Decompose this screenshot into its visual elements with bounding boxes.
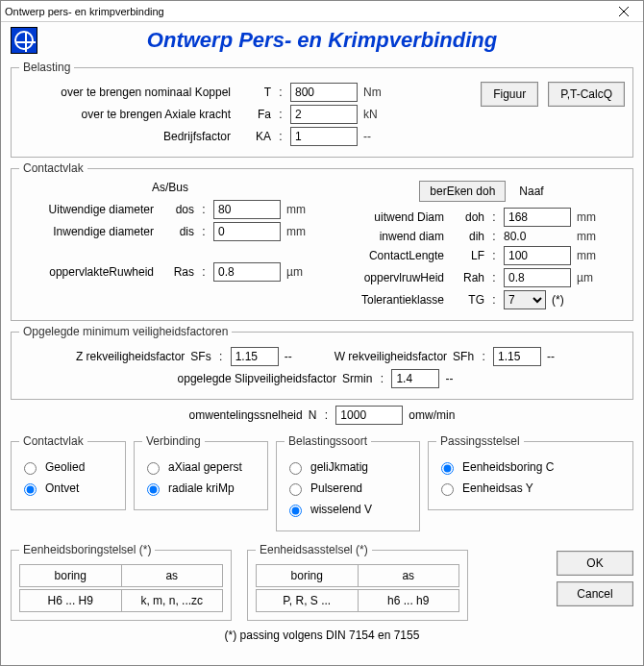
radio-ontvet[interactable]: Ontvet bbox=[19, 481, 117, 496]
srmin-label: opgelegde Slipveiligheidsfactor bbox=[178, 372, 336, 385]
group-passingsstelsel: Passingsstelsel Eenheidsboring C Eenheid… bbox=[428, 434, 633, 510]
ruw-label: oppervlakteRuwheid bbox=[19, 265, 154, 279]
close-button[interactable] bbox=[605, 1, 643, 22]
titlebar-text: Ontwerp pers- en krimpverbinding bbox=[5, 6, 164, 17]
group-belastingssoort: Belastingssoort geliJkmatig Pulserend wi… bbox=[276, 434, 420, 531]
uitwd-symbol: doh bbox=[450, 210, 484, 224]
omw-label: omwentelingssnelheid bbox=[189, 408, 303, 422]
group-contactvlak: Contactvlak As/Bus Uitwendige diameter d… bbox=[11, 161, 633, 321]
inw-unit: mm bbox=[286, 225, 321, 238]
sfh-input[interactable] bbox=[493, 347, 541, 366]
radio-eenheidsboring[interactable]: Eenheidsboring C bbox=[436, 459, 625, 475]
radio-pulserend[interactable]: Pulserend bbox=[285, 481, 411, 496]
bedrijf-symbol: KA bbox=[236, 130, 271, 143]
as-hdr-as: as bbox=[359, 565, 459, 586]
close-icon bbox=[619, 7, 629, 16]
radio-eenheidsas[interactable]: Eenheidsas Y bbox=[436, 481, 625, 496]
omw-unit: omw/min bbox=[409, 408, 455, 422]
cancel-button[interactable]: Cancel bbox=[557, 581, 633, 606]
ok-button[interactable]: OK bbox=[557, 551, 633, 576]
axiaal-label: over te brengen Axiale kracht bbox=[19, 108, 231, 121]
len-symbol: LF bbox=[450, 249, 484, 262]
footnote: (*) passing volgens DIN 7154 en 7155 bbox=[11, 629, 633, 642]
titlebar: Ontwerp pers- en krimpverbinding bbox=[1, 1, 643, 22]
group-asstelsel: Eenheidsasstelsel (*) boring as P, R, S … bbox=[247, 543, 468, 621]
axiaal-symbol: Fa bbox=[236, 108, 271, 121]
legend-belastingssoort: Belastingssoort bbox=[285, 434, 371, 448]
ruwh-symbol: Rah bbox=[450, 271, 484, 284]
ruw-symbol: Ras bbox=[160, 265, 194, 279]
as-hdr-boring: boring bbox=[257, 565, 359, 586]
axiaal-input[interactable] bbox=[290, 105, 358, 124]
uitw-label: Uitwendige diameter bbox=[19, 203, 154, 216]
sfs-input[interactable] bbox=[231, 347, 279, 366]
srmin-symbol: Srmin bbox=[342, 372, 372, 385]
len-label: ContactLengte bbox=[338, 249, 444, 262]
group-contactvlak2: Contactvlak Geolied Ontvet bbox=[11, 434, 126, 510]
group-belasting: Belasting over te brengen nominaal Koppe… bbox=[11, 61, 633, 158]
axiaal-unit: kN bbox=[363, 108, 398, 121]
asbus-header: As/Bus bbox=[19, 181, 321, 194]
inwd-unit: mm bbox=[577, 230, 611, 243]
legend-contactvlak2: Contactvlak bbox=[19, 434, 87, 448]
tol-symbol: TG bbox=[450, 293, 484, 307]
sfh-symbol: SFh bbox=[453, 350, 474, 363]
bedrijf-label: Bedrijfsfactor bbox=[19, 130, 231, 143]
uitwd-unit: mm bbox=[577, 210, 611, 224]
group-boringstelsel: Eenheidsboringstelsel (*) boring as H6 .… bbox=[11, 543, 232, 621]
omw-input[interactable] bbox=[335, 406, 403, 425]
bedrijf-input[interactable] bbox=[290, 127, 358, 146]
sfs-unit: -- bbox=[285, 350, 306, 363]
sfs-label: Z rekveiligheidsfactor bbox=[76, 350, 185, 363]
radio-gelijkmatig[interactable]: geliJkmatig bbox=[285, 459, 411, 475]
radio-axiaal[interactable]: aXiaal geperst bbox=[142, 459, 260, 475]
sfs-symbol: SFs bbox=[190, 350, 211, 363]
inw-label: Inwendige diameter bbox=[19, 225, 154, 238]
boring-val-boring: H6 ... H9 bbox=[20, 590, 122, 611]
legend-veiligheid: Opgelegde minimum veiligheidsfactoren bbox=[19, 325, 232, 338]
group-verbinding: Verbinding aXiaal geperst radiale kriMp bbox=[134, 434, 268, 510]
tol-label: Tolerantieklasse bbox=[338, 293, 444, 307]
sfh-unit: -- bbox=[547, 350, 568, 363]
len-input[interactable] bbox=[504, 246, 571, 265]
bereken-button[interactable]: berEken doh bbox=[419, 181, 506, 202]
sfh-label: W rekveiligheidsfactor bbox=[334, 350, 447, 363]
len-unit: mm bbox=[577, 249, 611, 262]
inwd-symbol: dih bbox=[450, 230, 484, 243]
koppel-input[interactable] bbox=[290, 83, 358, 102]
as-val-boring: P, R, S ... bbox=[257, 590, 359, 611]
ruwh-input[interactable] bbox=[504, 268, 571, 287]
ruwh-unit: µm bbox=[577, 271, 611, 284]
as-val-as: h6 ... h9 bbox=[359, 590, 459, 611]
tol-note: (*) bbox=[552, 293, 564, 307]
radio-geolied[interactable]: Geolied bbox=[19, 459, 117, 475]
legend-passingsstelsel: Passingsstelsel bbox=[436, 434, 524, 448]
legend-contactvlak: Contactvlak bbox=[19, 161, 87, 175]
radio-wisselend[interactable]: wisselend V bbox=[285, 502, 411, 517]
ruwh-label: oppervlruwHeid bbox=[338, 271, 444, 284]
ruw-input[interactable] bbox=[213, 262, 281, 282]
ptcalc-button[interactable]: P,T-CalcQ bbox=[548, 82, 625, 107]
radio-radiaal[interactable]: radiale kriMp bbox=[142, 481, 260, 496]
uitwd-input[interactable] bbox=[504, 208, 571, 227]
inw-symbol: dis bbox=[160, 225, 194, 238]
boring-val-as: k, m, n, ...zc bbox=[122, 590, 223, 611]
legend-verbinding: Verbinding bbox=[142, 434, 205, 448]
legend-belasting: Belasting bbox=[19, 61, 74, 74]
naaf-header: Naaf bbox=[519, 185, 543, 198]
uitwd-label: uitwend Diam bbox=[338, 210, 444, 224]
uitw-input[interactable] bbox=[213, 200, 281, 219]
bedrijf-unit: -- bbox=[363, 130, 398, 143]
koppel-unit: Nm bbox=[363, 86, 398, 99]
figuur-button[interactable]: Figuur bbox=[481, 82, 538, 107]
inwd-value: 80.0 bbox=[504, 230, 571, 243]
ruw-unit: µm bbox=[286, 265, 321, 279]
boring-hdr-boring: boring bbox=[20, 565, 122, 586]
inw-input[interactable] bbox=[213, 222, 281, 241]
koppel-label: over te brengen nominaal Koppel bbox=[19, 86, 231, 99]
inwd-label: inwend diam bbox=[338, 230, 444, 243]
tol-select[interactable]: 7 bbox=[504, 290, 546, 309]
srmin-input[interactable] bbox=[391, 369, 439, 388]
omw-symbol: N bbox=[309, 408, 317, 422]
uitw-unit: mm bbox=[286, 203, 321, 216]
